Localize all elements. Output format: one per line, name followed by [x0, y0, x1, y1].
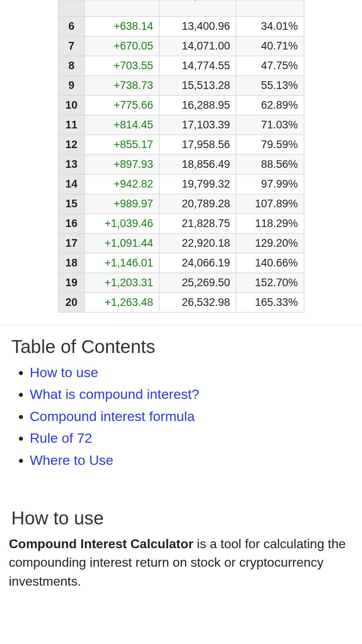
total-cell: 21,828.75	[159, 214, 236, 233]
year-cell: 17	[58, 233, 85, 253]
table-row: 7+670.0514,071.0040.71%	[58, 36, 304, 56]
table-row: 17+1,091.4422,920.18129.20%	[58, 233, 304, 253]
total-cell: 15,513.28	[159, 76, 236, 95]
roi-cell: 140.66%	[236, 253, 304, 273]
results-table: 5+607.7512,762.8227.63%6+638.1413,400.96…	[58, 0, 304, 313]
gain-cell: +1,039.46	[84, 214, 159, 233]
total-cell: 16,288.95	[159, 95, 236, 115]
gain-cell: +638.14	[84, 17, 159, 36]
gain-cell: +942.82	[84, 174, 159, 194]
year-cell: 5	[58, 0, 85, 17]
results-table-wrap: 5+607.7512,762.8227.63%6+638.1413,400.96…	[0, 0, 362, 325]
year-cell: 12	[58, 135, 85, 155]
roi-cell: 118.29%	[236, 214, 304, 233]
toc-link[interactable]: Compound interest formula	[30, 409, 195, 424]
toc-link[interactable]: What is compound interest?	[30, 386, 199, 402]
roi-cell: 55.13%	[236, 76, 304, 95]
roi-cell: 152.70%	[236, 273, 304, 293]
total-cell: 25,269.50	[159, 273, 236, 293]
total-cell: 17,958.56	[159, 135, 236, 155]
year-cell: 14	[58, 174, 85, 194]
table-row: 9+738.7315,513.2855.13%	[58, 76, 304, 95]
gain-cell: +775.66	[84, 95, 159, 115]
gain-cell: +607.75	[84, 0, 159, 17]
howto-paragraph: Compound Interest Calculator is a tool f…	[9, 535, 350, 590]
roi-cell: 97.99%	[236, 174, 304, 194]
table-row: 15+989.9720,789.28107.89%	[58, 194, 304, 214]
roi-cell: 107.89%	[236, 194, 304, 214]
table-row: 11+814.4517,103.3971.03%	[58, 115, 304, 135]
table-row: 18+1,146.0124,066.19140.66%	[58, 253, 304, 273]
year-cell: 8	[58, 56, 85, 76]
year-cell: 16	[58, 214, 85, 233]
year-cell: 19	[58, 273, 85, 293]
total-cell: 19,799.32	[159, 174, 236, 194]
toc-item: Where to Use	[30, 449, 350, 471]
total-cell: 26,532.98	[159, 293, 236, 312]
year-cell: 18	[58, 253, 85, 273]
gain-cell: +1,091.44	[84, 233, 159, 253]
gain-cell: +738.73	[84, 76, 159, 95]
year-cell: 15	[58, 194, 85, 214]
year-cell: 11	[58, 115, 85, 135]
total-cell: 18,856.49	[159, 155, 236, 174]
total-cell: 20,789.28	[159, 194, 236, 214]
toc-heading: Table of Contents	[11, 336, 350, 357]
total-cell: 17,103.39	[159, 115, 236, 135]
table-row: 8+703.5514,774.5547.75%	[58, 56, 304, 76]
gain-cell: +897.93	[84, 155, 159, 174]
total-cell: 14,071.00	[159, 36, 236, 56]
table-row: 20+1,263.4826,532.98165.33%	[58, 293, 304, 312]
year-cell: 13	[58, 155, 85, 174]
roi-cell: 88.56%	[236, 155, 304, 174]
roi-cell: 34.01%	[236, 17, 304, 36]
content-area: Table of Contents How to useWhat is comp…	[0, 336, 362, 607]
total-cell: 13,400.96	[159, 17, 236, 36]
gain-cell: +814.45	[84, 115, 159, 135]
gain-cell: +855.17	[84, 135, 159, 155]
toc-link[interactable]: Where to Use	[30, 452, 113, 468]
year-cell: 20	[58, 293, 85, 312]
year-cell: 10	[58, 95, 85, 115]
roi-cell: 47.75%	[236, 56, 304, 76]
toc-list: How to useWhat is compound interest?Comp…	[20, 361, 350, 471]
howto-lead-bold: Compound Interest Calculator	[9, 537, 193, 551]
section-divider	[0, 325, 362, 325]
howto-heading: How to use	[11, 507, 350, 529]
table-row: 5+607.7512,762.8227.63%	[58, 0, 304, 17]
toc-link[interactable]: Rule of 72	[30, 430, 92, 446]
table-row: 19+1,203.3125,269.50152.70%	[58, 273, 304, 293]
table-row: 10+775.6616,288.9562.89%	[58, 95, 304, 115]
roi-cell: 129.20%	[236, 233, 304, 253]
toc-item: Compound interest formula	[30, 405, 350, 427]
roi-cell: 27.63%	[236, 0, 304, 17]
table-row: 16+1,039.4621,828.75118.29%	[58, 214, 304, 233]
table-row: 13+897.9318,856.4988.56%	[58, 155, 304, 174]
gain-cell: +989.97	[84, 194, 159, 214]
total-cell: 14,774.55	[159, 56, 236, 76]
roi-cell: 79.59%	[236, 135, 304, 155]
total-cell: 24,066.19	[159, 253, 236, 273]
roi-cell: 40.71%	[236, 36, 304, 56]
year-cell: 7	[58, 36, 85, 56]
gain-cell: +1,146.01	[84, 253, 159, 273]
roi-cell: 71.03%	[236, 115, 304, 135]
roi-cell: 165.33%	[236, 293, 304, 312]
table-row: 14+942.8219,799.3297.99%	[58, 174, 304, 194]
total-cell: 22,920.18	[159, 233, 236, 253]
table-row: 6+638.1413,400.9634.01%	[58, 17, 304, 36]
roi-cell: 62.89%	[236, 95, 304, 115]
table-row: 12+855.1717,958.5679.59%	[58, 135, 304, 155]
gain-cell: +1,203.31	[84, 273, 159, 293]
toc-item: What is compound interest?	[30, 383, 350, 405]
toc-link[interactable]: How to use	[30, 365, 98, 380]
toc-item: How to use	[30, 361, 350, 383]
year-cell: 9	[58, 76, 85, 95]
gain-cell: +670.05	[84, 36, 159, 56]
total-cell: 12,762.82	[159, 0, 236, 17]
gain-cell: +703.55	[84, 56, 159, 76]
year-cell: 6	[58, 17, 85, 36]
toc-item: Rule of 72	[30, 427, 350, 449]
gain-cell: +1,263.48	[84, 293, 159, 312]
